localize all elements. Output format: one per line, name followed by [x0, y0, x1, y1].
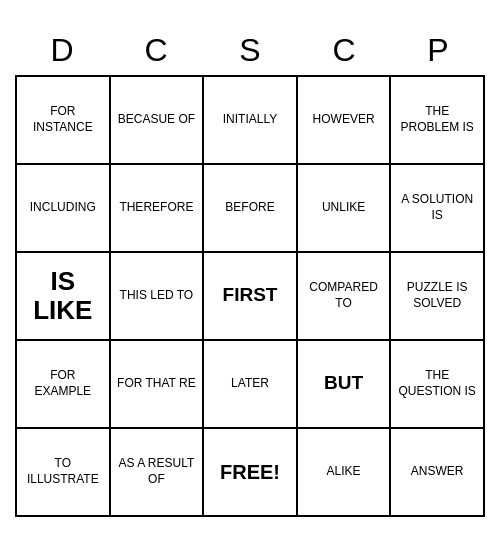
cell-4-0: TO ILLUSTRATE	[17, 429, 111, 517]
cell-3-2: LATER	[204, 341, 298, 429]
cell-4-3: ALIKE	[298, 429, 392, 517]
cell-0-2: INITIALLY	[204, 77, 298, 165]
header-C-3: C	[297, 28, 391, 73]
header-C-1: C	[109, 28, 203, 73]
cell-0-4: THE PROBLEM IS	[391, 77, 485, 165]
cell-1-2: BEFORE	[204, 165, 298, 253]
header-row: DCSCP	[15, 28, 485, 73]
cell-2-0: IS LIKE	[17, 253, 111, 341]
cell-0-0: FOR INSTANCE	[17, 77, 111, 165]
header-D-0: D	[15, 28, 109, 73]
cell-1-1: THEREFORE	[111, 165, 205, 253]
cell-0-1: BECASUE OF	[111, 77, 205, 165]
cell-2-3: COMPARED TO	[298, 253, 392, 341]
cell-4-2: Free!	[204, 429, 298, 517]
cell-3-1: FOR THAT RE	[111, 341, 205, 429]
cell-2-4: PUZZLE IS SOLVED	[391, 253, 485, 341]
bingo-board: DCSCP FOR INSTANCEBECASUE OFINITIALLYHOW…	[15, 28, 485, 517]
cell-4-4: ANSWER	[391, 429, 485, 517]
cell-3-0: FOR EXAMPLE	[17, 341, 111, 429]
cell-1-4: A SOLUTION IS	[391, 165, 485, 253]
cell-2-2: FIRST	[204, 253, 298, 341]
cell-1-0: INCLUDING	[17, 165, 111, 253]
header-S-2: S	[203, 28, 297, 73]
cell-2-1: THIS LED TO	[111, 253, 205, 341]
cell-1-3: UNLIKE	[298, 165, 392, 253]
bingo-grid: FOR INSTANCEBECASUE OFINITIALLYHOWEVERTH…	[15, 75, 485, 517]
cell-4-1: AS A RESULT OF	[111, 429, 205, 517]
header-P-4: P	[391, 28, 485, 73]
cell-3-3: BUT	[298, 341, 392, 429]
cell-3-4: THE QUESTION IS	[391, 341, 485, 429]
cell-0-3: HOWEVER	[298, 77, 392, 165]
